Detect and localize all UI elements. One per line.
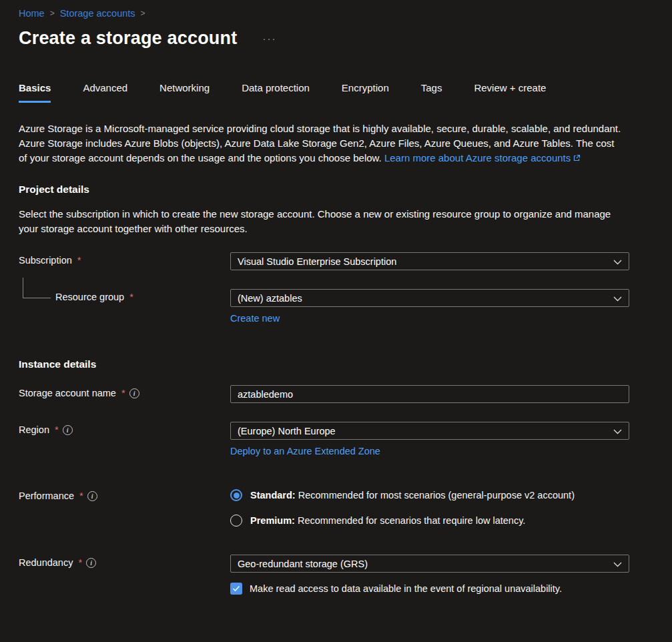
option-name: Standard: — [250, 490, 296, 501]
breadcrumb-separator: > — [141, 9, 145, 18]
tab-advanced[interactable]: Advanced — [83, 82, 127, 103]
performance-option-premium[interactable]: Premium: Recommended for scenarios that … — [230, 515, 629, 527]
performance-row: Performance* i Standard: Recommended for… — [19, 488, 629, 527]
required-asterisk: * — [121, 388, 125, 398]
tab-data-protection[interactable]: Data protection — [242, 82, 310, 103]
required-asterisk: * — [79, 491, 83, 501]
intro-text: Azure Storage is a Microsoft-managed ser… — [19, 121, 625, 166]
hierarchy-connector-line — [23, 278, 51, 298]
redundancy-label: Redundancy* i — [19, 555, 230, 568]
performance-option-standard[interactable]: Standard: Recommended for most scenarios… — [230, 489, 629, 501]
resource-group-row: Resource group* (New) aztables Create ne… — [19, 289, 629, 324]
read-access-checkbox-label: Make read access to data available in th… — [250, 583, 562, 594]
breadcrumb-storage-accounts[interactable]: Storage accounts — [60, 8, 135, 19]
resource-group-value: (New) aztables — [238, 293, 302, 304]
read-access-checkbox-row[interactable]: Make read access to data available in th… — [230, 583, 629, 595]
region-dropdown[interactable]: (Europe) North Europe — [230, 422, 629, 440]
title-row: Create a storage account ··· — [19, 28, 629, 49]
breadcrumb-home[interactable]: Home — [19, 8, 45, 19]
redundancy-row: Redundancy* i Geo-redundant storage (GRS… — [19, 555, 629, 595]
external-link-icon — [573, 151, 581, 166]
subscription-dropdown[interactable]: Visual Studio Enterprise Subscription — [230, 252, 629, 270]
radio-selected-icon[interactable] — [230, 489, 242, 501]
project-details-heading: Project details — [19, 184, 629, 196]
breadcrumb-separator: > — [50, 9, 55, 18]
checkbox-checked-icon[interactable] — [230, 583, 242, 595]
redundancy-value: Geo-redundant storage (GRS) — [238, 559, 368, 569]
required-asterisk: * — [77, 255, 81, 266]
region-label: Region* i — [19, 422, 230, 435]
deploy-extended-zone-link[interactable]: Deploy to an Azure Extended Zone — [230, 446, 380, 456]
subscription-label: Subscription* — [19, 252, 230, 266]
chevron-down-icon — [613, 256, 622, 267]
more-options-icon[interactable]: ··· — [262, 33, 276, 44]
create-new-link[interactable]: Create new — [230, 313, 280, 324]
instance-details-heading: Instance details — [19, 358, 629, 370]
radio-unselected-icon[interactable] — [230, 515, 242, 527]
chevron-down-icon — [613, 426, 622, 436]
subscription-group: Subscription* Visual Studio Enterprise S… — [19, 252, 629, 324]
tab-tags[interactable]: Tags — [421, 82, 442, 103]
option-desc: Recommended for most scenarios (general-… — [298, 490, 575, 501]
performance-options: Standard: Recommended for most scenarios… — [230, 488, 629, 527]
chevron-down-icon — [613, 559, 622, 569]
create-storage-account-blade: Home > Storage accounts > Create a stora… — [0, 0, 672, 595]
info-icon[interactable]: i — [129, 388, 139, 398]
region-value: (Europe) North Europe — [238, 426, 336, 436]
tab-networking[interactable]: Networking — [159, 82, 210, 103]
redundancy-dropdown[interactable]: Geo-redundant storage (GRS) — [230, 555, 629, 573]
required-asterisk: * — [55, 424, 59, 435]
region-row: Region* i (Europe) North Europe Deploy t… — [19, 422, 629, 456]
learn-more-link[interactable]: Learn more about Azure storage accounts — [384, 152, 581, 164]
tab-encryption[interactable]: Encryption — [342, 82, 389, 103]
storage-account-name-input[interactable] — [230, 385, 629, 403]
breadcrumb: Home > Storage accounts > — [19, 8, 629, 19]
subscription-value: Visual Studio Enterprise Subscription — [238, 256, 396, 267]
required-asterisk: * — [129, 292, 133, 302]
performance-label: Performance* i — [19, 488, 230, 501]
info-icon[interactable]: i — [63, 425, 73, 435]
storage-account-name-label: Storage account name* i — [19, 385, 230, 398]
resource-group-dropdown[interactable]: (New) aztables — [230, 289, 629, 307]
option-name: Premium: — [250, 515, 295, 526]
storage-account-name-row: Storage account name* i — [19, 385, 629, 403]
wizard-tabs: Basics Advanced Networking Data protecti… — [19, 82, 629, 103]
project-details-description: Select the subscription in which to crea… — [19, 207, 625, 236]
subscription-row: Subscription* Visual Studio Enterprise S… — [19, 252, 629, 270]
page-title: Create a storage account — [19, 28, 237, 49]
required-asterisk: * — [78, 557, 82, 568]
info-icon[interactable]: i — [87, 491, 97, 501]
chevron-down-icon — [613, 293, 622, 304]
info-icon[interactable]: i — [86, 558, 96, 568]
tab-review-create[interactable]: Review + create — [474, 82, 546, 103]
tab-basics[interactable]: Basics — [19, 82, 51, 103]
option-desc: Recommended for scenarios that require l… — [298, 515, 525, 526]
